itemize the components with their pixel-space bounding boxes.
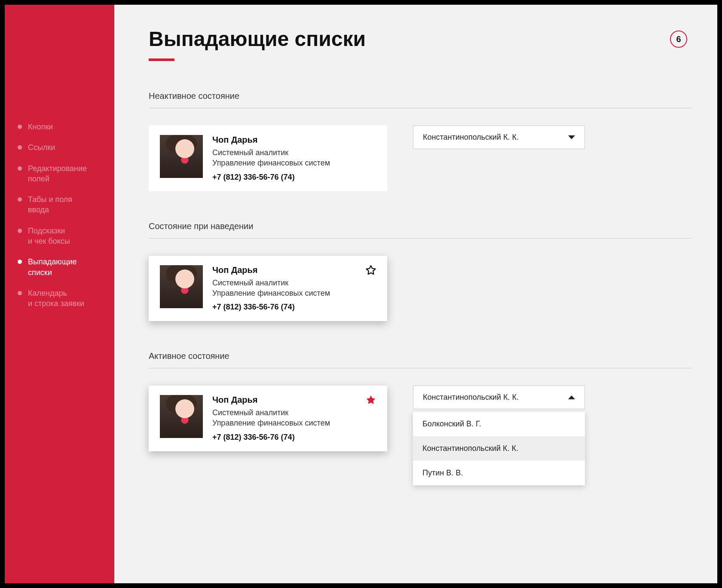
dropdown-option[interactable]: Путин В. В. — [413, 461, 585, 485]
section-divider — [149, 238, 691, 239]
nav-bullet-icon — [18, 291, 22, 295]
sidebar-item-label: Календарь и строка заявки — [28, 288, 84, 309]
avatar — [160, 135, 203, 178]
sidebar-item-tabs-inputs[interactable]: Табы и поля ввода — [5, 189, 114, 220]
person-dept: Управление финансовых систем — [212, 288, 376, 298]
sidebar-item-dropdowns[interactable]: Выпадающие списки — [5, 251, 114, 283]
app-viewport: Кнопки Ссылки Редактирование полей Табы … — [4, 4, 718, 584]
star-filled-icon[interactable] — [365, 394, 377, 406]
dropdown-select[interactable]: Константинопольский К. К. — [413, 386, 585, 409]
dropdown-open: Константинопольский К. К. Болконский В. … — [413, 386, 585, 485]
caret-up-icon — [568, 395, 575, 399]
person-info: Чоп Дарья Системный аналитик Управление … — [212, 265, 376, 312]
nav-bullet-icon — [18, 145, 22, 150]
sidebar-item-label: Выпадающие списки — [28, 257, 77, 278]
section-title: Активное состояние — [149, 351, 691, 361]
person-name: Чоп Дарья — [212, 135, 376, 145]
section-active: Активное состояние Чоп Дарья Системный а… — [149, 351, 691, 485]
sidebar: Кнопки Ссылки Редактирование полей Табы … — [5, 5, 114, 583]
dropdown-selected-value: Константинопольский К. К. — [423, 133, 519, 142]
nav-bullet-icon — [18, 229, 22, 233]
person-card-inactive[interactable]: Чоп Дарья Системный аналитик Управление … — [149, 126, 387, 191]
star-outline-icon[interactable] — [365, 264, 377, 276]
person-role: Системный аналитик — [212, 278, 376, 288]
person-dept: Управление финансовых систем — [212, 158, 376, 168]
caret-down-icon — [568, 135, 575, 139]
section-row: Чоп Дарья Системный аналитик Управление … — [149, 386, 691, 485]
dropdown-selected-value: Константинопольский К. К. — [423, 393, 519, 402]
section-row: Чоп Дарья Системный аналитик Управление … — [149, 126, 691, 191]
avatar — [160, 265, 203, 308]
sidebar-item-label: Редактирование полей — [28, 163, 87, 184]
person-name: Чоп Дарья — [212, 265, 376, 275]
person-role: Системный аналитик — [212, 147, 376, 158]
person-dept: Управление финансовых систем — [212, 418, 376, 428]
person-role: Системный аналитик — [212, 407, 376, 418]
person-card-active[interactable]: Чоп Дарья Системный аналитик Управление … — [149, 386, 387, 451]
nav-bullet-icon — [18, 166, 22, 171]
sidebar-item-hints-checkboxes[interactable]: Подсказки и чек боксы — [5, 220, 114, 252]
sidebar-item-label: Подсказки и чек боксы — [28, 226, 70, 247]
sidebar-item-label: Ссылки — [28, 142, 55, 153]
person-phone: +7 (812) 336-56-76 (74) — [212, 173, 376, 182]
sidebar-item-calendar-request[interactable]: Календарь и строка заявки — [5, 283, 114, 314]
person-name: Чоп Дарья — [212, 395, 376, 405]
page-title: Выпадающие списки — [149, 27, 691, 51]
dropdown-option[interactable]: Константинопольский К. К. — [413, 436, 585, 461]
dropdown-list: Болконский В. Г. Константинопольский К. … — [413, 412, 585, 485]
section-hover: Состояние при наведении Чоп Дарья Систем… — [149, 221, 691, 322]
section-title: Состояние при наведении — [149, 221, 691, 231]
sidebar-item-field-editing[interactable]: Редактирование полей — [5, 158, 114, 190]
sidebar-item-label: Табы и поля ввода — [28, 194, 72, 215]
dropdown-option[interactable]: Болконский В. Г. — [413, 412, 585, 436]
nav-bullet-icon — [18, 197, 22, 202]
main-content: 6 Выпадающие списки Неактивное состояние… — [114, 5, 717, 583]
nav-bullet-icon — [18, 260, 22, 264]
person-info: Чоп Дарья Системный аналитик Управление … — [212, 395, 376, 442]
person-card-hover[interactable]: Чоп Дарья Системный аналитик Управление … — [149, 256, 387, 322]
avatar — [160, 395, 203, 438]
sidebar-item-buttons[interactable]: Кнопки — [5, 116, 114, 137]
section-row: Чоп Дарья Системный аналитик Управление … — [149, 256, 691, 322]
section-title: Неактивное состояние — [149, 91, 691, 101]
person-info: Чоп Дарья Системный аналитик Управление … — [212, 135, 376, 182]
sidebar-item-label: Кнопки — [28, 122, 53, 132]
section-divider — [149, 368, 691, 368]
page-number-badge: 6 — [670, 31, 687, 48]
person-phone: +7 (812) 336-56-76 (74) — [212, 303, 376, 312]
title-underline — [149, 58, 174, 61]
section-inactive: Неактивное состояние Чоп Дарья Системный… — [149, 91, 691, 191]
person-phone: +7 (812) 336-56-76 (74) — [212, 433, 376, 442]
dropdown-select[interactable]: Константинопольский К. К. — [413, 126, 585, 149]
section-divider — [149, 108, 691, 108]
sidebar-item-links[interactable]: Ссылки — [5, 137, 114, 158]
nav-bullet-icon — [18, 125, 22, 129]
dropdown-closed: Константинопольский К. К. — [413, 126, 585, 149]
